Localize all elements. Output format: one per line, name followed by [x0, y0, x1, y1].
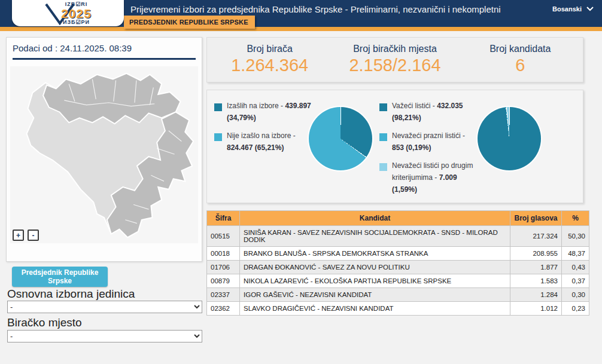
- legend-swatch: [214, 133, 222, 141]
- stat-voters-label: Broj birača: [207, 44, 332, 54]
- data-timestamp: Podaci od : 24.11.2025. 08:39: [13, 43, 196, 60]
- map-zoom-out-button[interactable]: -: [28, 230, 39, 241]
- table-row: 00515 SINIŠA KARAN - SAVEZ NEZAVISNIH SO…: [207, 226, 589, 247]
- legend-swatch: [379, 133, 387, 141]
- predsjednik-rs-button[interactable]: Predsjednik Republike Srpske: [12, 267, 108, 287]
- table-row: 00879 NIKOLA LAZAREVIĆ - EKOLOŠKA PARTIJ…: [207, 274, 589, 288]
- legend-item: Nevažeći listići po drugim kriterijumima…: [379, 160, 476, 196]
- stat-voters-value: 1.264.364: [207, 56, 332, 75]
- chevron-down-icon: [586, 7, 594, 11]
- bosnia-map-svg: [10, 66, 198, 243]
- header-sifra: Šifra: [207, 211, 240, 226]
- bosnia-map[interactable]: + -: [10, 66, 198, 243]
- stat-polling-stations: Broj biračkih mjesta 2.158/2.164: [332, 38, 457, 82]
- polling-station-label: Biračko mjesto: [7, 316, 82, 329]
- map-panel: Podaci od : 24.11.2025. 08:39 + -: [6, 37, 202, 262]
- header-kandidat: Kandidat: [240, 211, 510, 226]
- ballots-pie-chart[interactable]: [478, 107, 541, 170]
- table-row: 02362 SLAVKO DRAGIČEVIĆ - NEZAVISNI KAND…: [207, 302, 589, 316]
- stat-candidates-value: 6: [458, 56, 583, 75]
- table-row: 01706 DRAGAN ĐOKANOVIĆ - SAVEZ ZA NOVU P…: [207, 261, 589, 274]
- logo-year: 2025: [61, 7, 92, 20]
- legend-item: Nevažeći prazni listići - 853 (0,19%): [379, 130, 476, 154]
- header-accent-bar: [0, 27, 602, 31]
- legend-swatch: [379, 163, 387, 171]
- legend-swatch: [379, 103, 387, 111]
- legend-item: Važeći listići - 432.035 (98,21%): [379, 100, 476, 124]
- results-table: Šifra Kandidat Broj glasova % 00515 SINI…: [206, 210, 589, 316]
- stat-polling-stations-value: 2.158/2.164: [332, 56, 457, 75]
- table-header-row: Šifra Kandidat Broj glasova %: [207, 211, 589, 226]
- stat-candidates: Broj kandidata 6: [458, 38, 583, 82]
- header-percent: %: [562, 211, 589, 226]
- page-title: Prijevremeni izbori za predsjednika Repu…: [130, 4, 501, 14]
- stat-voters: Broj birača 1.264.364: [207, 38, 332, 82]
- turnout-legend: Izašlih na izbore - 439.897 (34,79%) Nij…: [214, 100, 315, 160]
- stat-polling-stations-label: Broj biračkih mjesta: [332, 44, 457, 54]
- legend-item: Nije izašlo na izbore - 824.467 (65,21%): [214, 130, 315, 154]
- polling-station-select[interactable]: -: [7, 330, 202, 342]
- basic-electoral-unit-label: Osnovna izborna jedinica: [7, 287, 135, 301]
- table-row: 00018 BRANKO BLANUŠA - SRPSKA DEMOKRATSK…: [207, 247, 589, 261]
- map-region-rs-north[interactable]: [43, 74, 180, 124]
- izbori-2025-logo: IZB☑RI 2025 ИЗБ☑РИ: [12, 0, 124, 26]
- legend-item: Izašlih na izbore - 439.897 (34,79%): [214, 100, 315, 124]
- basic-electoral-unit-select[interactable]: -: [7, 301, 202, 313]
- logo-text-bottom: ИЗБ☑РИ: [63, 20, 90, 25]
- stat-candidates-label: Broj kandidata: [458, 44, 583, 54]
- map-zoom-in-button[interactable]: +: [13, 230, 24, 241]
- tab-predsjednik-republike-srpske[interactable]: PREDSJEDNIK REPUBLIKE SRPSKE: [124, 16, 255, 29]
- charts-panel: Izašlih na izbore - 439.897 (34,79%) Nij…: [206, 90, 583, 203]
- language-selector[interactable]: Bosanski: [552, 5, 594, 13]
- turnout-pie-chart[interactable]: [309, 107, 372, 170]
- header-broj-glasova: Broj glasova: [510, 211, 562, 226]
- legend-swatch: [214, 103, 222, 111]
- language-label: Bosanski: [552, 5, 582, 13]
- summary-stats: Broj birača 1.264.364 Broj biračkih mjes…: [206, 37, 583, 82]
- ballots-legend: Važeći listići - 432.035 (98,21%) Nevaže…: [379, 100, 476, 201]
- table-row: 02337 IGOR GAŠEVIĆ - NEZAVISNI KANDIDAT …: [207, 288, 589, 302]
